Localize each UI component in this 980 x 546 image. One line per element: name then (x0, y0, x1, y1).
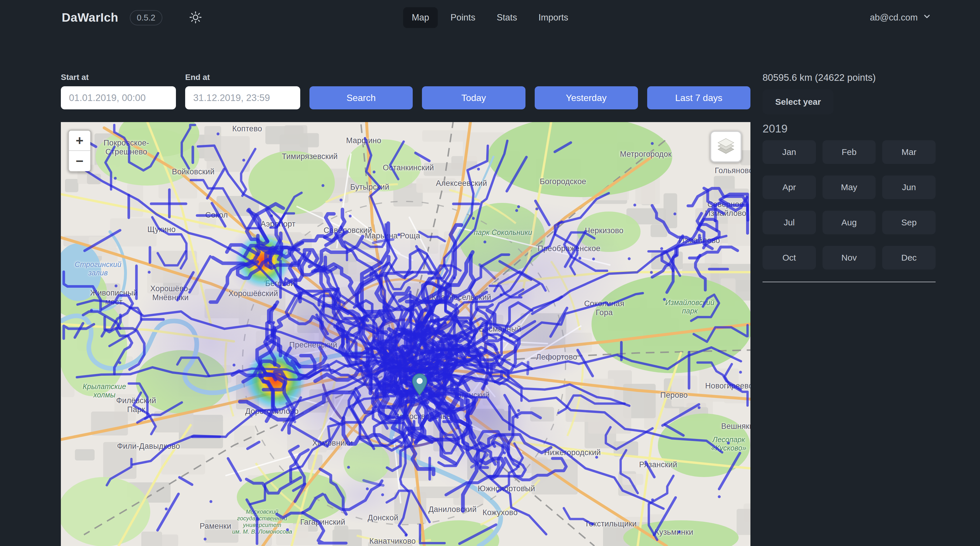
navbar: DaWarIch 0.5.2 Map Points Stats Imports (0, 0, 980, 35)
distance-points-stats: 80595.6 km (24622 points) (762, 72, 935, 83)
theme-toggle-button[interactable] (187, 10, 204, 25)
user-email: ab@cd.com (870, 13, 918, 23)
start-at-field: Start at (61, 73, 176, 109)
month-button-jul[interactable]: Jul (762, 211, 816, 234)
month-button-nov[interactable]: Nov (822, 246, 876, 270)
sun-icon (189, 11, 202, 25)
right-sidebar: 80595.6 km (24622 points) Select year 20… (762, 72, 935, 284)
tab-stats[interactable]: Stats (488, 7, 526, 28)
tab-map[interactable]: Map (403, 7, 438, 28)
month-button-oct[interactable]: Oct (762, 246, 816, 270)
month-button-feb[interactable]: Feb (822, 140, 876, 164)
brand: DaWarIch 0.5.2 (62, 10, 204, 26)
month-button-jun[interactable]: Jun (882, 176, 935, 199)
sidebar-divider (762, 282, 935, 282)
main-nav-tabs: Map Points Stats Imports (403, 7, 577, 28)
version-badge: 0.5.2 (130, 10, 162, 26)
end-at-input[interactable] (185, 86, 300, 109)
today-button[interactable]: Today (422, 86, 525, 109)
yesterday-button[interactable]: Yesterday (535, 86, 638, 109)
month-button-dec[interactable]: Dec (882, 246, 935, 270)
year-heading: 2019 (762, 122, 935, 135)
user-menu[interactable]: ab@cd.com (870, 12, 932, 23)
month-button-aug[interactable]: Aug (822, 211, 876, 234)
month-button-mar[interactable]: Mar (882, 140, 935, 164)
month-button-jan[interactable]: Jan (762, 140, 816, 164)
chevron-down-icon (922, 12, 932, 23)
dawarich-app: DaWarIch 0.5.2 Map Points Stats Imports (0, 0, 980, 546)
date-filter-bar: Start at End at Search Today Yesterday L… (61, 73, 751, 109)
end-at-label: End at (185, 73, 300, 82)
layers-icon (716, 136, 736, 158)
month-button-apr[interactable]: Apr (762, 176, 816, 199)
tab-points[interactable]: Points (442, 7, 484, 28)
app-logo[interactable]: DaWarIch (62, 11, 118, 24)
start-at-input[interactable] (61, 86, 176, 109)
leaflet-map[interactable]: КоптевоПокровское- СтрешневоМарфиноТимир… (61, 122, 751, 546)
last-7-days-button[interactable]: Last 7 days (647, 86, 751, 109)
tab-imports[interactable]: Imports (530, 7, 577, 28)
zoom-out-button[interactable]: − (69, 151, 90, 171)
month-grid: Jan Feb Mar Apr May Jun Jul Aug Sep Oct … (762, 140, 935, 270)
map-zoom-control: + − (68, 129, 91, 172)
gps-tracks-overlay (61, 122, 751, 546)
start-at-label: Start at (61, 73, 176, 82)
search-button[interactable]: Search (309, 86, 413, 109)
end-at-field: End at (185, 73, 300, 109)
map-layers-control[interactable] (710, 131, 742, 163)
select-year-button[interactable]: Select year (762, 89, 834, 114)
month-button-may[interactable]: May (822, 176, 876, 199)
month-button-sep[interactable]: Sep (882, 211, 935, 234)
zoom-in-button[interactable]: + (69, 131, 90, 151)
